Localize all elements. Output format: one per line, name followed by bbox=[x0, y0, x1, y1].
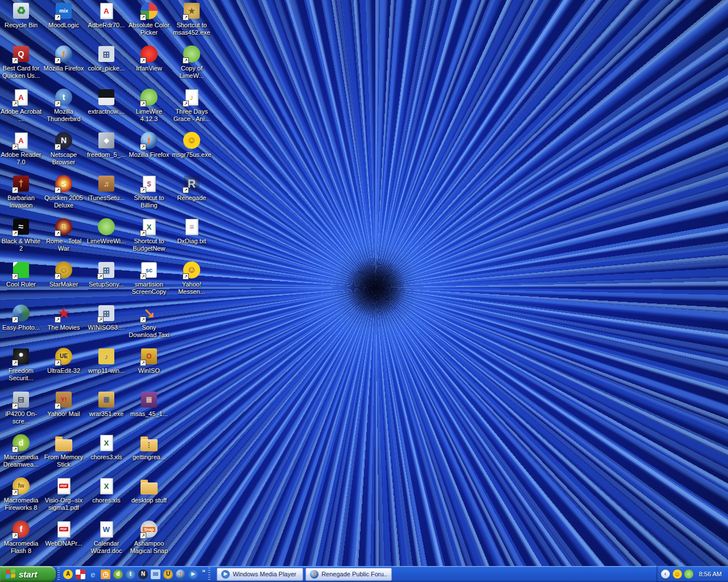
desktop-icon-chores3-xls[interactable]: Xchores3.xls bbox=[85, 434, 127, 461]
desktop-icon-freedom-5-installer[interactable]: ◆freedom_5_... bbox=[85, 131, 127, 159]
desktop-icon-extractnow[interactable]: extractnow.... bbox=[85, 88, 127, 115]
adbe-rdr70-installer-icon: A bbox=[97, 2, 115, 20]
desktop-icon-label: wrar351.exe bbox=[89, 410, 124, 418]
tray-collapse-chevron[interactable]: ‹ bbox=[661, 569, 670, 579]
desktop-icon-best-card-for-quicken[interactable]: Q↗Best Card for Quicken Us... bbox=[0, 45, 42, 80]
ultraedit-icon[interactable]: U bbox=[163, 569, 173, 579]
desktop-icon-msas-45-1-archive[interactable]: ≣msas_45_1... bbox=[128, 390, 170, 418]
desktop-icon-sony-download-taxi[interactable]: ↘↗Sony Download Taxi bbox=[128, 304, 170, 339]
wmp-icon[interactable]: ▶ bbox=[188, 569, 198, 579]
netscape-icon[interactable]: N bbox=[138, 569, 148, 579]
desktop-icon-msgr75us-exe[interactable]: ☺msgr75us.exe bbox=[171, 131, 213, 159]
desktop-icon-irfanview[interactable]: ↗IrfanView bbox=[128, 45, 170, 72]
desktop-icon-label: Macromedia Flash 8 bbox=[0, 540, 42, 555]
desktop-icon-barbarian-invasion[interactable]: †↗Barbarian Invasion bbox=[0, 174, 42, 209]
desktop-icon-itunes-setup[interactable]: ♫iTunesSetu... bbox=[85, 174, 127, 202]
limewire-tray-icon[interactable] bbox=[684, 569, 693, 579]
desktop-icon-label: Shortcut to msas452.exe bbox=[171, 22, 213, 36]
desktop-icon-label: Sony Download Taxi bbox=[128, 324, 170, 339]
macromedia-fireworks-8-glyph: fw bbox=[18, 483, 24, 489]
taskbar-clock[interactable]: 8:56 AM bbox=[699, 571, 722, 577]
desktop-icon-wrar351-exe[interactable]: ≣wrar351.exe bbox=[85, 390, 127, 418]
desktop-icon-macromedia-dreamweaver[interactable]: d↗Macromedia Dreamwea... bbox=[0, 434, 42, 468]
desktop-icon-the-movies[interactable]: ★↗The Movies bbox=[43, 304, 85, 331]
desktop-icon-absolute-color-picker[interactable]: ↗Absolute Color Picker bbox=[128, 2, 170, 36]
desktop-icon-yahoo-messenger[interactable]: ☺↗Yahoo! Messen... bbox=[171, 261, 213, 296]
desktop-icon-label: Visio-Org--six sigma1.pdf bbox=[43, 497, 85, 512]
desktop-icon-adbe-rdr70-installer[interactable]: AAdbeRdr70... bbox=[85, 2, 127, 29]
desktop-icon-yahoo-mail[interactable]: Y!↗Yahoo! Mail bbox=[43, 390, 85, 418]
desktop-icon-dxdiag-txt[interactable]: ≡DxDiag.txt bbox=[171, 218, 213, 245]
desktop-icon-ashampoo-magical-snap[interactable]: Snap↗Ashampoo Magical Snap bbox=[128, 520, 170, 555]
desktop-icon-gettingready-zip-folder[interactable]: ⋮gettingrea... bbox=[128, 434, 170, 461]
desktop-icon-freedom-security[interactable]: ↗Freedom Securit... bbox=[0, 347, 42, 382]
desktop-icon-adobe-reader-7[interactable]: A↗Adobe Reader 7.0 bbox=[0, 131, 42, 166]
desktop-icon-netscape-browser[interactable]: N↗Netscape Browser bbox=[43, 131, 85, 166]
desktop-icon-limewire-win-installer[interactable]: LimeWireWi... bbox=[85, 218, 127, 245]
desktop-icon-renegade[interactable]: R↗Renegade bbox=[171, 174, 213, 202]
desktop-icon-winiso[interactable]: O↗WinISO bbox=[128, 347, 170, 375]
desktop-icon-shortcut-to-budgetnew[interactable]: X↗Shortcut to BudgetNew bbox=[128, 218, 170, 252]
aim-icon[interactable]: A bbox=[63, 569, 73, 579]
shortcut-arrow-overlay: ↗ bbox=[97, 317, 104, 323]
desktop-icon-webdna-pdf[interactable]: PDFWebDNAPr... bbox=[43, 520, 85, 547]
pinwheel-icon[interactable] bbox=[76, 569, 85, 579]
desktop-icon-rome-total-war[interactable]: R↗Rome - Total War bbox=[43, 218, 85, 252]
desktop-icon-mozilla-firefox-2[interactable]: f↗Mozilla Firefox bbox=[128, 131, 170, 159]
desktop-icon-desktop-stuff-folder[interactable]: desktop stuff bbox=[128, 477, 170, 504]
outlook-mail-icon[interactable]: ✉ bbox=[151, 569, 160, 579]
msgr75us-exe-icon: ☺ bbox=[183, 131, 201, 149]
clock-icon[interactable]: ◷ bbox=[101, 569, 110, 579]
quick-launch-drag-handle[interactable] bbox=[57, 568, 60, 580]
yahoo-mail-icon: Y!↗ bbox=[55, 390, 73, 409]
desktop-icon-limewire-4-12-3[interactable]: ↗LimeWire 4.12.3 bbox=[128, 88, 170, 123]
desktop-icon-cool-ruler[interactable]: ↗Cool Ruler bbox=[0, 261, 42, 288]
shortcut-arrow-overlay: ↗ bbox=[55, 57, 61, 64]
desktop-icon-color-picker-installer[interactable]: ⊞color_picke... bbox=[85, 45, 127, 72]
desktop-icon-easy-photo[interactable]: ↗Easy-Photo... bbox=[0, 304, 42, 331]
rome-total-war-icon: R↗ bbox=[55, 218, 73, 236]
desktop-icon-wmp11-installer[interactable]: ♪wmp11-win... bbox=[85, 347, 127, 375]
desktop-icon-shortcut-to-billing[interactable]: $↗Shortcut to Billing bbox=[128, 174, 170, 209]
internet-explorer-icon[interactable]: e bbox=[88, 569, 98, 579]
desktop-icon-from-memory-stick-folder[interactable]: From Memory Stick bbox=[43, 434, 85, 468]
barbarian-invasion-icon: †↗ bbox=[12, 174, 30, 193]
thunderbird-icon[interactable]: t bbox=[126, 569, 135, 579]
yahoo-messenger-tray-icon[interactable]: ☺ bbox=[673, 569, 682, 579]
dreamweaver-icon[interactable]: d bbox=[113, 569, 123, 579]
chores3-xls-glyph: X bbox=[104, 439, 109, 447]
desktop-icon-shortcut-msas452[interactable]: ★↗Shortcut to msas452.exe bbox=[171, 2, 213, 36]
desktop-icon-chores-xls[interactable]: Xchores.xls bbox=[85, 477, 127, 504]
desktop-icon-smartision-screencopy[interactable]: sc↗smartision ScreenCopy bbox=[128, 261, 170, 296]
desktop-icon-winiso53-installer[interactable]: ⊞↗WINISO53.... bbox=[85, 304, 127, 331]
taskband-drag-handle[interactable] bbox=[208, 568, 210, 580]
desktop-icon-mozilla-firefox[interactable]: f↗Mozilla Firefox bbox=[43, 45, 85, 72]
wmp-window-button[interactable]: ▶Windows Media Player bbox=[217, 568, 303, 581]
desktop-icon-ip4200-onscreen[interactable]: ⊟↗iP4200 On-scre... bbox=[0, 390, 42, 425]
shortcut-arrow-overlay: ↗ bbox=[12, 317, 18, 323]
start-button[interactable]: start bbox=[0, 566, 56, 582]
desktop-icon-starmaker[interactable]: ☺↗StarMaker bbox=[43, 261, 85, 288]
desktop-icon-recycle-bin[interactable]: ♻Recycle Bin bbox=[0, 2, 42, 29]
desktop-icon-copy-of-limewire[interactable]: ↗Copy of LimeW... bbox=[171, 45, 213, 80]
firefox-icon[interactable]: f bbox=[176, 569, 185, 579]
desktop-icon-macromedia-flash-8[interactable]: f↗Macromedia Flash 8 bbox=[0, 520, 42, 555]
shortcut-arrow-overlay: ↗ bbox=[183, 57, 189, 64]
desktop-icon-visio-org-six-sigma1-pdf[interactable]: PDFVisio-Org--six sigma1.pdf bbox=[43, 477, 85, 512]
desktop-icon-mozilla-thunderbird[interactable]: t↗Mozilla Thunderbird bbox=[43, 88, 85, 123]
firefox-window-button[interactable]: fRenegade Public Foru... bbox=[305, 568, 392, 581]
limewire-4-12-3-icon: ↗ bbox=[140, 88, 158, 106]
desktop-icon-adobe-acrobat[interactable]: A↗Adobe Acrobat ... bbox=[0, 88, 42, 123]
desktop-icon-label: freedom_5_... bbox=[87, 151, 126, 159]
desktop-icon-macromedia-fireworks-8[interactable]: fw↗Macromedia Fireworks 8 bbox=[0, 477, 42, 512]
quick-launch-overflow-chevron[interactable]: » bbox=[202, 567, 205, 574]
desktop-icon-three-days-grace-audio[interactable]: ♪↗Three Days Grace - Ani... bbox=[171, 88, 213, 123]
desktop-icon-setup-sony[interactable]: ⊞↗SetupSony... bbox=[85, 261, 127, 288]
desktop-icon-calendar-wizard-doc[interactable]: WCalendar Wizard.doc bbox=[85, 520, 127, 555]
desktop-icon-black-and-white-2[interactable]: ≈↗Black & White 2 bbox=[0, 218, 42, 252]
desktop-icon-ultraedit-32[interactable]: UE↗UltraEdit-32 bbox=[43, 347, 85, 375]
flag-pane bbox=[11, 569, 15, 573]
desktop-icon-moodlogic[interactable]: mix↗MoodLogic bbox=[43, 2, 85, 29]
desktop-wallpaper[interactable]: ♻Recycle Binmix↗MoodLogicAAdbeRdr70...↗A… bbox=[0, 0, 728, 566]
desktop-icon-quicken-2005-deluxe[interactable]: S↗Quicken 2005 Deluxe bbox=[43, 174, 85, 209]
